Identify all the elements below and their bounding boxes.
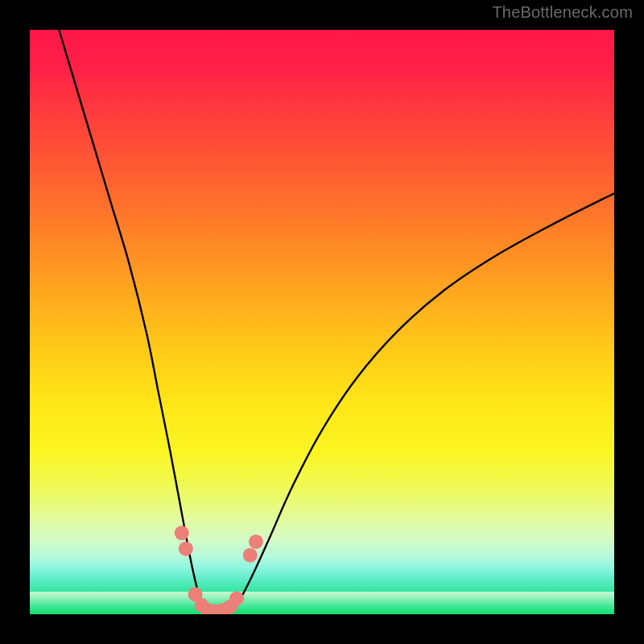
watermark-text: TheBottleneck.com	[492, 3, 633, 22]
chart-frame: TheBottleneck.com	[0, 0, 644, 644]
left-upper-dot-2	[179, 542, 193, 556]
series-left-branch	[59, 30, 205, 613]
plot-area	[30, 30, 614, 614]
curve-layer	[30, 30, 614, 614]
valley-dot-7	[229, 591, 244, 605]
series-right-branch	[229, 193, 614, 613]
right-upper-dot-1	[243, 548, 258, 563]
left-upper-dot-1	[175, 526, 189, 540]
right-upper-dot-2	[249, 535, 263, 549]
